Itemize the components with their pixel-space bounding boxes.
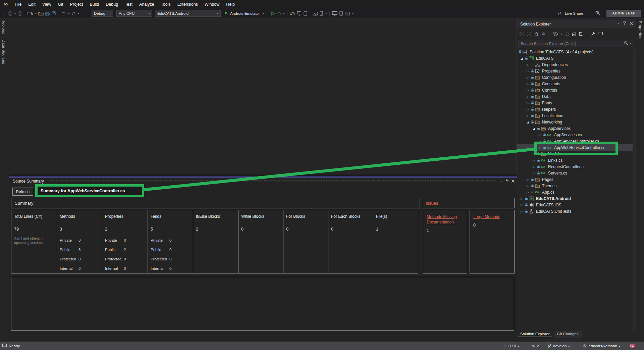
device-phone-icon[interactable] [338, 10, 344, 17]
run-button[interactable]: Android Emulator ▾ [224, 9, 265, 18]
monitor-icon[interactable] [332, 10, 338, 17]
issue-link[interactable]: Methods Missing Documentation [427, 214, 464, 225]
menu-edit[interactable]: Edit [25, 0, 39, 9]
tree-item-networking[interactable]: ◢Networking [517, 119, 633, 125]
redo-icon[interactable] [71, 10, 76, 17]
live-share-button[interactable]: Live Share [557, 9, 583, 18]
menu-debug[interactable]: Debug [102, 0, 121, 9]
configuration-dropdown[interactable]: Debug▾ [92, 10, 113, 17]
menu-git[interactable]: Git [55, 0, 67, 9]
sync-active-icon[interactable] [541, 30, 546, 38]
refresh-button[interactable]: Refresh [12, 188, 33, 196]
forward-circle-icon[interactable] [17, 10, 23, 17]
tree-item-requestcontroller-cs[interactable]: ▷C#RequestController.cs [517, 163, 633, 170]
tree-item-solution-educats-4-of-4-projects-[interactable]: ∞Solution 'EduCATS' (4 of 4 projects) [517, 49, 633, 55]
chevron-down-icon[interactable]: ▾ [35, 12, 37, 15]
sidebar-tab-toolbox[interactable]: Toolbox [2, 20, 6, 34]
menu-tools[interactable]: Tools [158, 0, 174, 9]
tree-collapsed-icon[interactable]: ▷ [521, 203, 525, 207]
console-icon[interactable] [312, 10, 318, 17]
menu-file[interactable]: File [11, 0, 25, 9]
tree-item-app-cs[interactable]: ▷✓C#App.cs [517, 189, 633, 195]
save-all-icon[interactable] [51, 10, 57, 17]
tree-item-appservices[interactable]: ◢AppServices [517, 125, 633, 132]
folder-search-icon[interactable] [289, 10, 296, 17]
scrollbar[interactable] [633, 49, 636, 331]
pending-edits-button[interactable]: ✎ 2 [530, 342, 541, 350]
menu-test[interactable]: Test [121, 0, 136, 9]
tree-collapsed-icon[interactable]: ▷ [527, 101, 531, 105]
tree-item-fonts[interactable]: ▷Fonts [517, 100, 633, 106]
collapse-all-icon[interactable] [572, 30, 577, 38]
tree-collapsed-icon[interactable]: ▷ [533, 171, 537, 175]
tree-collapsed-icon[interactable]: ▷ [527, 82, 531, 86]
flame-icon[interactable] [276, 10, 282, 17]
sidebar-tab-properties[interactable]: Properties [638, 21, 642, 39]
menu-extensions[interactable]: Extensions [174, 0, 201, 9]
forward-circle-icon[interactable] [526, 30, 532, 38]
history-clock-icon[interactable]: T [552, 30, 558, 38]
tree-collapsed-icon[interactable]: ▷ [521, 197, 525, 200]
back-circle-icon[interactable] [7, 10, 13, 17]
menu-analyze[interactable]: Analyze [136, 0, 157, 9]
menu-project[interactable]: Project [67, 0, 87, 9]
refresh-icon[interactable] [565, 30, 570, 38]
tree-collapsed-icon[interactable]: ▷ [527, 89, 531, 92]
pin-button[interactable] [622, 20, 628, 26]
chevron-down-icon[interactable]: ▾ [282, 12, 285, 15]
pin-button[interactable] [504, 179, 510, 184]
tree-collapsed-icon[interactable]: ▷ [527, 114, 531, 117]
window-position-button[interactable]: ▾ [498, 179, 504, 184]
notifications-button[interactable]: 1 [628, 342, 641, 350]
menu-view[interactable]: View [39, 0, 55, 9]
tree-collapsed-icon[interactable]: ▷ [527, 108, 531, 111]
issue-link[interactable]: Large Methods [473, 214, 511, 219]
close-panel-button[interactable] [628, 20, 634, 26]
window-position-button[interactable]: ▾ [615, 20, 622, 26]
panel-drag-handle[interactable] [49, 180, 496, 183]
tree-item-appservices-cs[interactable]: ▷C#AppServices.cs [517, 132, 633, 138]
chevron-down-icon[interactable]: ▾ [325, 12, 327, 15]
undo-icon[interactable] [61, 10, 67, 17]
open-folder-icon[interactable] [38, 10, 44, 17]
tree-expanded-icon[interactable]: ◢ [521, 57, 525, 60]
archive-ipa-icon[interactable]: IPA [344, 10, 351, 17]
tree-item-configuration[interactable]: ▷Configuration [517, 74, 633, 81]
tree-item-data[interactable]: ▷Data [517, 93, 633, 100]
tree-item-servers-cs[interactable]: ▷C#Servers.cs [517, 170, 633, 176]
tree-collapsed-icon[interactable]: ▷ [533, 159, 537, 162]
sidebar-tab-data-sources[interactable]: Data Sources [2, 40, 6, 64]
tree-collapsed-icon[interactable]: ▷ [527, 95, 531, 98]
chevron-down-icon[interactable]: ▾ [352, 12, 354, 15]
tab-git-changes[interactable]: Git Changes [554, 331, 582, 338]
chevron-down-icon[interactable]: ▾ [14, 12, 16, 15]
menu-build[interactable]: Build [86, 0, 102, 9]
tree-collapsed-icon[interactable]: ▷ [539, 133, 543, 137]
menu-help[interactable]: Help [223, 0, 238, 9]
repository-selector[interactable]: educats-xamarin ▴ [580, 342, 622, 350]
close-panel-button[interactable] [510, 179, 516, 184]
tree-collapsed-icon[interactable]: ▷ [533, 165, 537, 168]
tree-item-educats-android[interactable]: ▷EduCATS.Android [517, 195, 633, 202]
preview-window-icon[interactable] [597, 30, 603, 38]
device-sync-icon[interactable] [303, 10, 308, 17]
solution-explorer-search-input[interactable]: Search Solution Explorer (Ctrl+;) ▾ [518, 40, 634, 47]
account-badge[interactable]: ADMIN | EXP [606, 10, 641, 17]
branch-selector[interactable]: develop ▴ [545, 342, 572, 350]
tree-collapsed-icon[interactable]: ▷ [527, 76, 531, 79]
tree-collapsed-icon[interactable]: ▷ [527, 69, 531, 73]
tree-expanded-icon[interactable]: ◢ [533, 127, 537, 130]
tree-collapsed-icon[interactable]: ▷ [527, 63, 531, 66]
tree-expanded-icon[interactable]: ◢ [527, 120, 531, 124]
tree-item-links-cs[interactable]: ▷C#Links.cs [517, 157, 633, 163]
feedback-button[interactable] [594, 9, 600, 18]
tree-item-educats-unittests[interactable]: ▷EduCATS.UnitTests [517, 208, 633, 214]
tree-item-dependencies[interactable]: ▷Dependencies [517, 61, 633, 68]
menu-window[interactable]: Window [201, 0, 223, 9]
tree-item-pages[interactable]: ▷Pages [517, 176, 633, 183]
back-circle-icon[interactable] [519, 30, 525, 38]
tree-item-helpers[interactable]: ▷Helpers [517, 106, 633, 112]
new-project-icon[interactable] [27, 10, 34, 17]
save-icon[interactable] [45, 10, 50, 17]
chevron-down-icon[interactable]: ▾ [560, 33, 563, 36]
